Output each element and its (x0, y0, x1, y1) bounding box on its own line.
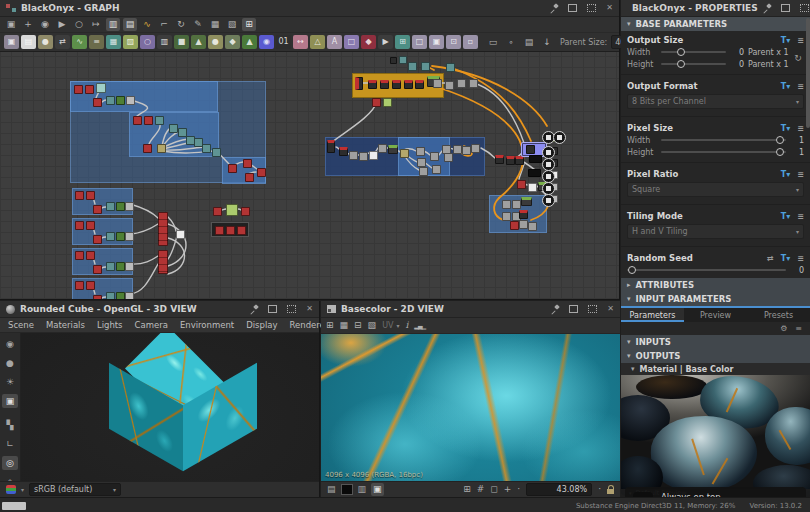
graph-node[interactable] (433, 79, 442, 88)
display-frame-icon[interactable]: ▣ (2, 394, 18, 408)
graph-node[interactable] (93, 205, 102, 214)
select-tool-icon[interactable]: ▶ (55, 18, 69, 31)
blur-node-icon[interactable]: ● (38, 35, 53, 49)
graph-node[interactable] (502, 212, 511, 221)
frame-all-icon[interactable]: ▣ (4, 18, 18, 31)
node-view-icon[interactable]: ▥ (106, 18, 120, 31)
graph-node[interactable] (106, 202, 115, 211)
output-material-base-color[interactable]: ▾ Material | Base Color (621, 363, 810, 375)
pin-icon[interactable] (550, 4, 558, 12)
graph-node[interactable] (228, 164, 237, 173)
graph-node[interactable] (510, 221, 519, 230)
graph-node[interactable] (521, 197, 532, 206)
graph-node[interactable] (517, 180, 526, 189)
graph-node[interactable] (125, 202, 134, 211)
tab-presets[interactable]: Presets (747, 308, 810, 322)
parameter-menu-icon[interactable]: ≡ (797, 170, 804, 179)
export-image-icon[interactable]: ▧ (368, 319, 377, 332)
backdrop-icon[interactable]: ▤ (522, 36, 536, 49)
comment-icon[interactable]: ▭ (486, 36, 500, 49)
graph-node[interactable] (202, 144, 211, 153)
graph-node[interactable] (93, 235, 102, 244)
parameter-menu-icon[interactable]: ≡ (797, 254, 804, 263)
dot-separator[interactable]: · (517, 483, 520, 496)
graph-node[interactable] (125, 232, 134, 241)
graph-node[interactable] (125, 292, 134, 299)
tab-preview[interactable]: Preview (684, 308, 747, 322)
hsl-node-icon[interactable]: ■ (174, 35, 189, 49)
blend-node-icon[interactable]: ▤ (21, 35, 36, 49)
float-window-icon[interactable] (568, 4, 577, 12)
graph-node[interactable] (257, 168, 266, 177)
graph-node[interactable] (444, 153, 453, 162)
curve-node-icon[interactable]: ∿ (72, 35, 87, 49)
levels-node-icon[interactable]: ▲ (191, 35, 206, 49)
graph-node[interactable] (116, 292, 125, 299)
grid-snap-icon[interactable]: ⊞ (242, 18, 256, 31)
camera-icon[interactable]: ◉ (2, 337, 18, 351)
graph-node[interactable] (116, 96, 125, 105)
graph-node[interactable] (116, 232, 125, 241)
graph-node[interactable] (528, 183, 537, 192)
graph-node[interactable] (126, 96, 135, 105)
output-node-badge[interactable] (542, 194, 555, 207)
expose-parameter-icon[interactable]: T▾ (781, 170, 790, 179)
graph-node[interactable] (526, 145, 535, 154)
graph-node[interactable] (419, 167, 428, 176)
move-tool-icon[interactable]: + (21, 18, 35, 31)
graph-node[interactable] (512, 200, 521, 209)
graph-node[interactable] (327, 140, 335, 153)
graph-node[interactable] (86, 281, 95, 290)
uniform-color-node-icon[interactable]: ▣ (4, 35, 19, 49)
gradient-node-icon[interactable]: ○ (140, 35, 155, 49)
frame-b-node-icon[interactable]: ▣ (429, 35, 444, 49)
tile-sampler-node-icon[interactable]: ⊞ (395, 35, 410, 49)
graph-node[interactable] (86, 251, 95, 260)
graph-node[interactable] (226, 204, 238, 216)
background-swatch[interactable] (341, 484, 353, 495)
random-seed-slider[interactable] (627, 269, 786, 271)
copy-image-icon[interactable]: ⊟ (354, 319, 362, 332)
graph-node[interactable] (519, 210, 528, 219)
graph-node[interactable] (243, 159, 252, 168)
graph-node[interactable] (453, 145, 462, 154)
view3d-viewport[interactable] (21, 333, 319, 481)
graph-node[interactable] (116, 262, 125, 271)
material-ball-icon[interactable]: ◎ (2, 456, 18, 470)
statusbar-left-widget[interactable] (2, 502, 26, 510)
transform-node-icon[interactable]: ↔ (293, 35, 308, 49)
graph-node[interactable] (125, 262, 134, 271)
graph-node[interactable] (85, 85, 94, 94)
graph-node[interactable] (529, 155, 542, 163)
distance-node-icon[interactable]: ▦ (106, 35, 121, 49)
graph-node[interactable] (421, 62, 430, 71)
menu-environment[interactable]: Environment (180, 320, 234, 330)
channel-shuffle-node-icon[interactable]: ⇄ (55, 35, 70, 49)
float-window-icon[interactable] (781, 4, 790, 12)
directional-blur-node-icon[interactable]: ≡ (89, 35, 104, 49)
graph-node[interactable] (416, 147, 425, 156)
graph-node[interactable] (471, 144, 480, 153)
graph-node[interactable] (417, 158, 426, 167)
properties-scrollbar[interactable] (806, 18, 810, 128)
close-icon[interactable]: ✕ (606, 4, 613, 12)
close-icon[interactable]: ✕ (306, 305, 313, 313)
height-slider[interactable] (661, 63, 726, 65)
graph-node[interactable] (469, 79, 478, 88)
menu-display[interactable]: Display (246, 320, 277, 330)
graph-node[interactable] (215, 226, 224, 235)
graph-canvas[interactable] (0, 52, 619, 299)
expose-parameter-icon[interactable]: T▾ (781, 254, 790, 263)
parameter-menu-icon[interactable]: ≡ (797, 82, 804, 91)
graph-node[interactable] (157, 144, 166, 153)
gear-icon[interactable]: ⚙ (780, 324, 787, 333)
light-bulb-icon[interactable]: ● (2, 356, 18, 370)
graph-node[interactable] (75, 191, 84, 200)
sharpen-node-icon[interactable]: ◆ (225, 35, 240, 49)
graph-node[interactable] (415, 80, 424, 89)
graph-node[interactable] (390, 57, 397, 64)
channels-icon[interactable]: ▥ (358, 483, 367, 496)
graph-node[interactable] (75, 251, 84, 260)
graph-node[interactable] (519, 220, 528, 229)
width-slider[interactable] (661, 51, 726, 53)
